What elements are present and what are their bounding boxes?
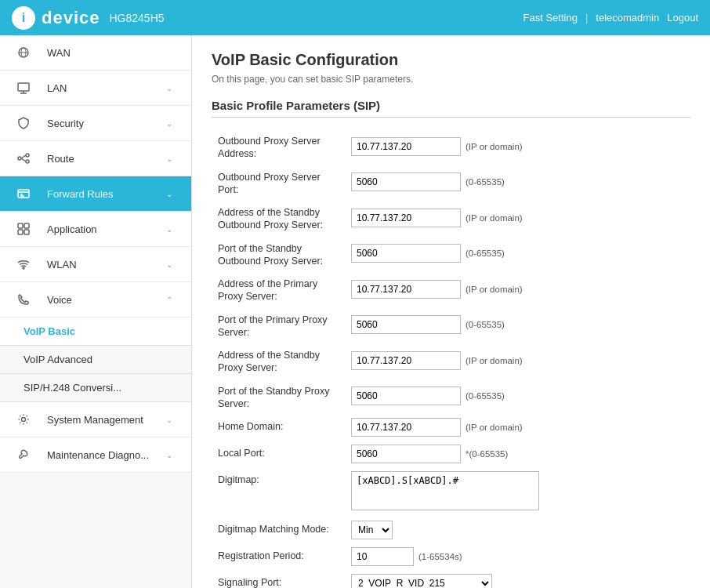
forward-rules-icon (15, 185, 32, 202)
standby-outbound-port-hint: (0-65535) (465, 249, 505, 258)
svg-point-19 (23, 267, 24, 269)
home-domain-input[interactable] (351, 418, 461, 437)
registration-period-hint: (1-65534s) (418, 552, 462, 561)
digitmap-label: Digitmap: (212, 467, 345, 517)
outbound-proxy-port-input[interactable] (351, 172, 461, 191)
digitmap-matching-label: Digitmap Matching Mode: (212, 517, 345, 543)
table-row: Address of the Standby Outbound Proxy Se… (212, 200, 690, 236)
user-label: telecomadmin (596, 12, 659, 24)
table-row: Signaling Port: 2_VOIP_R_VID_215 (Select… (212, 570, 690, 588)
basic-profile-table: Outbound Proxy Server Address: (IP or do… (212, 129, 690, 588)
svg-rect-3 (18, 83, 29, 91)
table-row: Address of the Primary Proxy Server: (IP… (212, 271, 690, 307)
security-icon (15, 114, 32, 132)
table-row: Outbound Proxy Server Port: (0-65535) (212, 165, 690, 201)
primary-proxy-port-label: Port of the Primary Proxy Server: (212, 307, 345, 343)
sidebar-item-security[interactable]: Security ⌄ (0, 106, 191, 141)
wlan-icon (15, 256, 32, 273)
standby-proxy-address-input[interactable] (351, 351, 461, 370)
digitmap-matching-select[interactable]: Min Max (351, 521, 393, 539)
registration-period-label: Registration Period: (212, 543, 345, 570)
registration-period-input[interactable] (351, 547, 414, 566)
table-row: Port of the Standby Outbound Proxy Serve… (212, 236, 690, 272)
local-port-input[interactable] (351, 445, 461, 463)
digitmap-textarea[interactable]: [xABCD].S[xABCD].# (351, 471, 539, 510)
table-row: Local Port: *(0-65535) (212, 441, 690, 467)
layout: WAN LAN ⌄ Security ⌄ (0, 35, 710, 588)
route-icon (15, 150, 32, 167)
svg-line-9 (21, 155, 26, 158)
sidebar-item-voice[interactable]: Voice ⌃ (0, 282, 191, 318)
standby-proxy-port-label: Port of the Standby Proxy Server: (212, 379, 345, 415)
signaling-port-select[interactable]: 2_VOIP_R_VID_215 (351, 574, 492, 588)
table-row: Home Domain: (IP or domain) (212, 414, 690, 441)
wan-icon (15, 44, 32, 61)
wlan-chevron: ⌄ (166, 260, 172, 269)
standby-proxy-port-input[interactable] (351, 387, 461, 405)
outbound-proxy-address-hint: (IP or domain) (465, 142, 523, 151)
table-row: Outbound Proxy Server Address: (IP or do… (212, 129, 690, 165)
primary-proxy-port-input[interactable] (351, 315, 461, 334)
sidebar: WAN LAN ⌄ Security ⌄ (0, 35, 192, 588)
local-port-hint: *(0-65535) (465, 449, 508, 459)
table-row: Port of the Primary Proxy Server: (0-655… (212, 307, 690, 343)
wlan-label: WLAN (47, 259, 77, 270)
sidebar-item-system-management[interactable]: System Management ⌄ (0, 402, 191, 437)
sidebar-item-lan[interactable]: LAN ⌄ (0, 71, 191, 106)
svg-point-8 (26, 160, 29, 163)
application-icon (15, 220, 32, 238)
sidebar-item-wan[interactable]: WAN (0, 35, 191, 71)
sidebar-item-forward-rules[interactable]: Forward Rules ⌄ (0, 176, 191, 212)
table-row: Address of the Standby Proxy Server: (IP… (212, 343, 690, 379)
primary-proxy-address-input[interactable] (351, 280, 461, 299)
logo-icon: i (12, 6, 35, 30)
voip-basic-label: VoIP Basic (24, 325, 75, 337)
svg-rect-16 (24, 223, 29, 228)
page-subtitle: On this page, you can set basic SIP para… (212, 74, 690, 85)
header-nav: Fast Setting | telecomadmin Logout (523, 12, 698, 24)
lan-chevron: ⌄ (166, 84, 172, 93)
svg-rect-18 (24, 230, 29, 234)
model-name: HG8245H5 (110, 12, 165, 24)
system-management-chevron: ⌄ (166, 416, 172, 424)
sidebar-item-application[interactable]: Application ⌄ (0, 212, 191, 247)
svg-point-6 (18, 157, 21, 160)
table-row: Port of the Standby Proxy Server: (0-655… (212, 379, 690, 415)
page-title: VoIP Basic Configuration (212, 51, 690, 69)
svg-rect-17 (18, 230, 23, 234)
standby-proxy-port-hint: (0-65535) (465, 391, 505, 401)
security-label: Security (47, 118, 84, 129)
table-row: Digitmap Matching Mode: Min Max (212, 517, 690, 543)
system-management-icon (15, 411, 32, 428)
sidebar-item-route[interactable]: Route ⌄ (0, 141, 191, 176)
brand-name: device (42, 8, 100, 28)
sidebar-item-wlan[interactable]: WLAN ⌄ (0, 247, 191, 282)
outbound-proxy-address-label: Outbound Proxy Server Address: (212, 129, 345, 165)
sidebar-subitem-sip[interactable]: SIP/H.248 Conversi... (0, 374, 191, 402)
standby-outbound-address-hint: (IP or domain) (465, 213, 523, 223)
system-management-label: System Management (47, 414, 143, 426)
standby-outbound-address-input[interactable] (351, 209, 461, 227)
sidebar-item-maintenance[interactable]: Maintenance Diagno... ⌄ (0, 437, 191, 473)
voip-advanced-label: VoIP Advanced (24, 354, 92, 365)
outbound-proxy-port-label: Outbound Proxy Server Port: (212, 165, 345, 201)
maintenance-label: Maintenance Diagno... (47, 449, 149, 461)
section-basic-title: Basic Profile Parameters (SIP) (212, 99, 690, 118)
application-chevron: ⌄ (166, 225, 172, 234)
voice-label: Voice (47, 294, 72, 306)
fast-setting-link[interactable]: Fast Setting (523, 12, 578, 24)
sidebar-subitem-voip-advanced[interactable]: VoIP Advanced (0, 346, 191, 374)
primary-proxy-address-hint: (IP or domain) (465, 285, 523, 294)
table-row: Digitmap: [xABCD].S[xABCD].# (212, 467, 690, 517)
home-domain-hint: (IP or domain) (465, 423, 523, 432)
maintenance-icon (15, 446, 32, 463)
voice-icon (15, 291, 32, 308)
standby-outbound-port-input[interactable] (351, 244, 461, 263)
signaling-port-label: Signaling Port: (212, 570, 345, 588)
sidebar-subitem-voip-basic[interactable]: VoIP Basic (0, 318, 191, 346)
outbound-proxy-address-input[interactable] (351, 137, 461, 156)
route-chevron: ⌄ (166, 154, 172, 163)
svg-rect-15 (18, 223, 23, 228)
svg-line-10 (21, 158, 26, 162)
logout-button[interactable]: Logout (667, 12, 698, 24)
